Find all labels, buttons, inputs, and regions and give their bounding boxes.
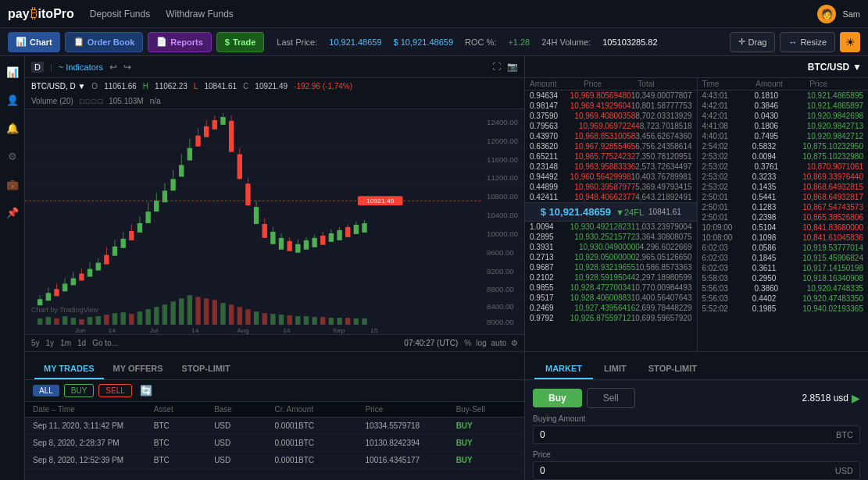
- table-row[interactable]: 2:53:020.376110,870.9071061: [698, 162, 869, 172]
- table-row[interactable]: 4:43:010.181010,921.4865895: [698, 91, 869, 101]
- chart-container: D | ~ Indicators ↩ ↪ ⛶ 📷 BTC/USD, D ▼ O …: [25, 56, 525, 351]
- table-row[interactable]: 0.6362010,967.928554656,756.24358614: [525, 141, 697, 151]
- table-row[interactable]: 2:53:020.143510,868.64932815: [698, 182, 869, 192]
- chart-redo[interactable]: ↪: [123, 62, 131, 73]
- sidebar-item-bell[interactable]: 🔔: [3, 119, 22, 137]
- table-row[interactable]: 5:56:030.386010,920.4748335: [698, 283, 869, 293]
- table-row[interactable]: 0.246910,927.439564162,699.78448229: [525, 303, 697, 313]
- sidebar-item-pin[interactable]: 📌: [3, 203, 22, 222]
- table-row[interactable]: 0.6521110,965.775242327,350.78120951: [525, 151, 697, 162]
- tab-stop-limit[interactable]: STOP-LIMIT: [638, 359, 708, 379]
- theme-button[interactable]: ☀: [840, 32, 860, 52]
- chart-body[interactable]: 12400.00 12000.00 11600.00 11200.00 1080…: [25, 109, 524, 334]
- filter-all-button[interactable]: ALL: [33, 385, 59, 396]
- tab-my-offers[interactable]: MY OFFERS: [104, 359, 173, 379]
- table-row[interactable]: 10:09:000.510410,841.83680000: [698, 222, 869, 233]
- table-row[interactable]: 2:50:010.128310,867.54743573: [698, 202, 869, 212]
- roc-label: ROC %:: [465, 37, 496, 47]
- table-row[interactable]: 0.4397010,968.853100583,456.62674360: [525, 131, 697, 141]
- pct-option[interactable]: %: [464, 339, 471, 347]
- nav-deposit[interactable]: Deposit Funds: [90, 9, 150, 20]
- table-row[interactable]: 0.271310,929.050000002,965.05126650: [525, 252, 697, 262]
- table-row[interactable]: 0.985510,928.4727003410,770.00984493: [525, 283, 697, 293]
- chart-undo[interactable]: ↩: [109, 62, 117, 73]
- svg-text:10400.00: 10400.00: [487, 212, 518, 219]
- table-row[interactable]: 6:02:030.361110,917.14150198: [698, 263, 869, 273]
- table-row[interactable]: 0.393110,930.049000004,296.6022669: [525, 242, 697, 252]
- filter-sell-button[interactable]: SELL: [98, 384, 131, 397]
- table-row[interactable]: 2:53:020.323310,869.33976440: [698, 172, 869, 182]
- table-row[interactable]: 2:50:010.544110,868.64932817: [698, 192, 869, 202]
- sell-button[interactable]: Sell: [587, 388, 635, 408]
- period-1d[interactable]: 1d: [77, 339, 86, 347]
- table-row[interactable]: Sep 8, 2020, 12:52:39 PM BTC USD 0.0001B…: [25, 452, 524, 469]
- tab-market[interactable]: MARKET: [534, 359, 593, 379]
- table-row[interactable]: 1.009410,930.4921282311,033.23979004: [525, 222, 697, 232]
- table-row[interactable]: 4:42:010.384610,921.4865897: [698, 101, 869, 111]
- table-row[interactable]: 4:40:010.749510,920.9842712: [698, 131, 869, 141]
- table-row[interactable]: 0.3759010,969.408003588,702.03313929: [525, 111, 697, 121]
- nav-withdraw[interactable]: Withdraw Funds: [166, 9, 234, 20]
- table-row[interactable]: Sep 11, 2020, 3:11:42 PM BTC USD 0.0001B…: [25, 418, 524, 435]
- trade-button[interactable]: $ Trade: [216, 32, 264, 52]
- tab-my-trades[interactable]: MY TRADES: [34, 359, 104, 379]
- auto-option[interactable]: auto: [491, 339, 506, 347]
- price-input[interactable]: [540, 465, 835, 476]
- settings-icon[interactable]: ⚙: [511, 339, 518, 347]
- period-1y[interactable]: 1y: [46, 339, 55, 347]
- reports-button[interactable]: 📄 Reports: [148, 32, 212, 52]
- svg-rect-113: [120, 312, 125, 325]
- table-row[interactable]: 10:08:000.109810,841.61045836: [698, 233, 869, 243]
- table-row[interactable]: 4:42:010.043010,920.9842698: [698, 111, 869, 121]
- goto-input[interactable]: Go to...: [92, 339, 118, 347]
- table-row[interactable]: 0.9449210,960.5642999810,403.76789981: [525, 172, 697, 182]
- tab-stop-limit[interactable]: STOP-LIMIT: [173, 359, 240, 379]
- tab-limit[interactable]: LIMIT: [593, 359, 638, 379]
- sidebar-item-user[interactable]: 👤: [3, 91, 22, 109]
- table-row[interactable]: 0.9814710,969.4192960410,801.58777753: [525, 101, 697, 111]
- chart-fullscreen-icon[interactable]: ⛶: [492, 62, 501, 72]
- table-row[interactable]: 2:50:010.239810,865.38526806: [698, 212, 869, 222]
- chart-indicators[interactable]: ~ Indicators: [59, 62, 103, 72]
- period-1m[interactable]: 1m: [60, 339, 71, 347]
- table-row[interactable]: Sep 8, 2020, 2:28:37 PM BTC USD 0.0001BT…: [25, 435, 524, 452]
- filter-buy-button[interactable]: BUY: [64, 384, 95, 397]
- chart-button[interactable]: 📊 Chart: [8, 32, 60, 52]
- table-row[interactable]: 6:02:030.184510,915.45906824: [698, 253, 869, 263]
- table-row[interactable]: 0.210210,928.591950442,297.18980599: [525, 272, 697, 283]
- table-row[interactable]: 0.9463410,969.8056948010,349.00077807: [525, 91, 697, 101]
- refresh-icon[interactable]: 🔄: [140, 385, 152, 396]
- period-5y[interactable]: 5y: [31, 339, 40, 347]
- table-row[interactable]: 0.968710,928.9321965510,586.8573363: [525, 262, 697, 272]
- chart-svg: 12400.00 12000.00 11600.00 11200.00 1080…: [25, 109, 524, 334]
- order-body: Buy Sell 2.8518 usd ▶ Buying Amount BTC …: [525, 380, 868, 480]
- table-row[interactable]: 0.951710,928.4060088310,400.56407643: [525, 293, 697, 303]
- table-row[interactable]: 5:58:030.295010,918.16340908: [698, 273, 869, 283]
- chart-label: Chart: [30, 37, 52, 47]
- table-row[interactable]: 0.979210,926.8755971210,699.59657920: [525, 313, 697, 323]
- buying-amount-input[interactable]: [540, 429, 836, 440]
- log-option[interactable]: log: [476, 339, 486, 347]
- sidebar-item-settings[interactable]: ⚙: [3, 147, 22, 165]
- sidebar-item-briefcase[interactable]: 💼: [3, 175, 22, 194]
- table-row[interactable]: 2:53:020.009410,875.10232980: [698, 151, 869, 162]
- table-row[interactable]: 0.7956310,969.069722448,723.7018518: [525, 121, 697, 131]
- resize-button[interactable]: ↔ Resize: [780, 32, 835, 52]
- chart-period-d[interactable]: D: [31, 62, 44, 73]
- svg-rect-100: [354, 225, 359, 234]
- table-row[interactable]: 0.289510,930.252157723,364.30808075: [525, 232, 697, 242]
- chart-camera-icon[interactable]: 📷: [507, 62, 518, 72]
- drag-button[interactable]: ✛ Drag: [730, 32, 776, 52]
- table-row[interactable]: 0.4489910,960.395879775,369.49793415: [525, 182, 697, 192]
- table-row[interactable]: 0.2314810,963.958833362,573.72634497: [525, 162, 697, 172]
- table-row[interactable]: 5:56:030.440210,920.47483350: [698, 293, 869, 304]
- table-row[interactable]: 6:02:030.058610,919.53777014: [698, 243, 869, 253]
- pair-selector[interactable]: BTC/USD ▼: [808, 62, 862, 73]
- table-row[interactable]: 5:52:020.198510,940.02193365: [698, 304, 869, 314]
- table-row[interactable]: 0.4241110,948.406623774,643.21892491: [525, 192, 697, 202]
- table-row[interactable]: 2:54:020.583210,875.10232950: [698, 141, 869, 151]
- sidebar-item-chart[interactable]: 📊: [3, 62, 22, 81]
- orderbook-button[interactable]: 📋 Order Book: [65, 32, 144, 52]
- table-row[interactable]: 4:41:080.180610,920.9842713: [698, 121, 869, 131]
- buy-button[interactable]: Buy: [533, 389, 582, 407]
